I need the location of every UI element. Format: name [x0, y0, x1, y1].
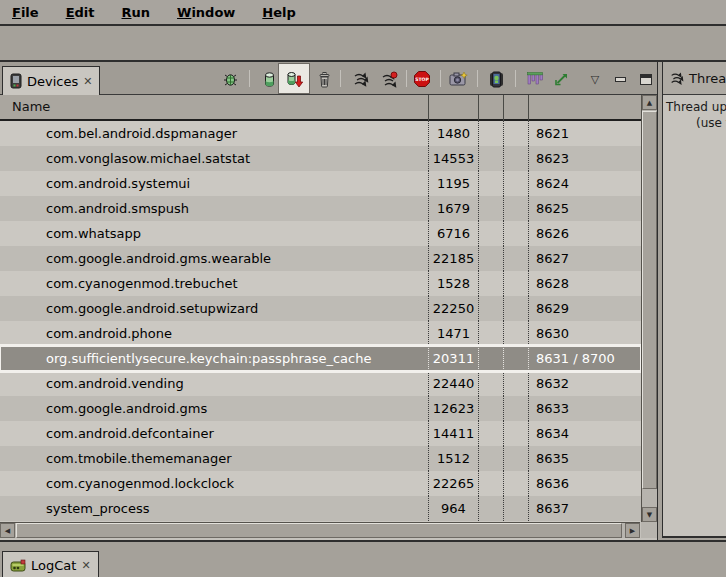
update-heap-button[interactable] [259, 69, 279, 89]
table-row[interactable]: com.cyanogenmod.lockclock222658636 [0, 471, 641, 496]
maximize-button[interactable] [636, 69, 656, 89]
debug-process-button[interactable] [220, 69, 240, 89]
process-ports: 8625 [528, 196, 641, 221]
process-pid: 14411 [428, 421, 478, 446]
process-name: org.sufficientlysecure.keychain:passphra… [0, 346, 428, 371]
table-row[interactable]: com.cyanogenmod.trebuchet15288628 [0, 271, 641, 296]
reset-adb-button[interactable] [486, 69, 506, 89]
minimize-button[interactable] [610, 69, 630, 89]
process-ports: 8621 [528, 121, 641, 146]
process-name: com.google.android.gms.wearable [0, 246, 428, 271]
threads-arrows-icon [352, 71, 369, 88]
maximize-icon [640, 74, 652, 85]
process-name: com.cyanogenmod.trebuchet [0, 271, 428, 296]
table-row[interactable]: com.google.android.setupwizard222508629 [0, 296, 641, 321]
process-ports: 8631 / 8700 [528, 346, 641, 371]
empty-cell [503, 121, 528, 146]
column-divider[interactable] [503, 95, 504, 121]
process-name: com.vonglasow.michael.satstat [0, 146, 428, 171]
vertical-scroll-thumb[interactable] [642, 111, 657, 489]
start-method-profiling-button[interactable] [379, 69, 399, 89]
column-header-name[interactable]: Name [12, 99, 50, 114]
empty-cell [503, 171, 528, 196]
column-divider[interactable] [478, 95, 479, 121]
scroll-left-button[interactable]: ◀ [0, 523, 15, 538]
process-pid: 1480 [428, 121, 478, 146]
empty-cell [503, 221, 528, 246]
menu-edit[interactable]: Edit [62, 3, 99, 22]
process-name: com.android.vending [0, 371, 428, 396]
tab-threads-label[interactable]: Threads [689, 71, 726, 86]
tab-logcat[interactable]: LogCat ✕ [2, 551, 99, 577]
threads-message: Thread updates not enabled for selected … [663, 95, 726, 155]
empty-cell [478, 171, 503, 196]
horizontal-scroll-thumb[interactable] [16, 523, 622, 538]
capture-system-trace-button[interactable] [524, 69, 544, 89]
table-row[interactable]: com.tmobile.thememanager15128635 [0, 446, 641, 471]
toolbar-separator [249, 70, 250, 87]
main-area: Devices ✕ [0, 62, 726, 540]
process-ports: 8633 [528, 396, 641, 421]
table-row[interactable]: com.android.defcontainer144118634 [0, 421, 641, 446]
process-pid: 22185 [428, 246, 478, 271]
close-icon[interactable]: ✕ [81, 559, 90, 572]
cause-gc-button[interactable] [314, 69, 334, 89]
trash-icon [317, 71, 332, 88]
update-threads-button[interactable] [350, 69, 370, 89]
table-row[interactable]: org.sufficientlysecure.keychain:passphra… [0, 346, 641, 371]
stop-label: STOP [415, 77, 429, 82]
empty-cell [503, 396, 528, 421]
horizontal-scrollbar[interactable]: ◀ ▶ [0, 522, 640, 538]
empty-cell [503, 371, 528, 396]
scroll-right-button[interactable]: ▶ [625, 523, 640, 538]
menu-help[interactable]: Help [258, 3, 299, 22]
empty-cell [503, 496, 528, 521]
device-table-header[interactable]: Name [0, 95, 641, 121]
stop-process-button[interactable]: STOP [412, 69, 432, 89]
table-row[interactable]: com.android.smspush16798625 [0, 196, 641, 221]
empty-cell [478, 421, 503, 446]
table-row[interactable]: com.google.android.gms126238633 [0, 396, 641, 421]
arrow-right-icon: ▶ [630, 527, 635, 535]
table-row[interactable]: com.android.phone14718630 [0, 321, 641, 346]
heap-cylinder-icon [262, 71, 277, 88]
process-name: system_process [0, 496, 428, 521]
menu-window[interactable]: Window [173, 3, 239, 22]
menu-file[interactable]: File [8, 3, 43, 22]
process-ports: 8630 [528, 321, 641, 346]
scroll-down-button[interactable]: ▼ [642, 507, 657, 522]
phone-android-icon [488, 71, 505, 88]
process-pid: 1471 [428, 321, 478, 346]
column-divider[interactable] [528, 95, 529, 121]
process-ports: 8626 [528, 221, 641, 246]
start-opengl-trace-button[interactable] [551, 69, 571, 89]
vertical-scrollbar[interactable]: ▲ ▼ [641, 95, 657, 522]
process-pid: 22265 [428, 471, 478, 496]
process-ports: 8624 [528, 171, 641, 196]
empty-cell [478, 271, 503, 296]
screen-capture-button[interactable] [448, 69, 468, 89]
empty-cell [478, 496, 503, 521]
table-row[interactable]: system_process9648637 [0, 496, 641, 521]
column-divider[interactable] [428, 95, 429, 121]
table-row[interactable]: com.android.vending224408632 [0, 371, 641, 396]
scrollbar-corner [641, 522, 657, 538]
view-menu-button[interactable]: ▽ [585, 69, 605, 89]
table-row[interactable]: com.bel.android.dspmanager14808621 [0, 121, 641, 146]
table-row[interactable]: com.vonglasow.michael.satstat145538623 [0, 146, 641, 171]
threads-message-line1: Thread updates not enabled for selected … [666, 100, 726, 114]
table-row[interactable]: com.android.systemui11958624 [0, 171, 641, 196]
dump-hprof-button[interactable] [278, 63, 310, 94]
close-icon[interactable]: ✕ [83, 75, 92, 88]
empty-cell [478, 296, 503, 321]
table-row[interactable]: com.whatsapp67168626 [0, 221, 641, 246]
process-ports: 8629 [528, 296, 641, 321]
scroll-up-button[interactable]: ▲ [642, 95, 657, 110]
table-row[interactable]: com.google.android.gms.wearable221858627 [0, 246, 641, 271]
tab-devices[interactable]: Devices ✕ [2, 66, 100, 95]
menu-run[interactable]: Run [118, 3, 155, 22]
process-ports: 8632 [528, 371, 641, 396]
process-ports: 8628 [528, 271, 641, 296]
empty-cell [478, 471, 503, 496]
trace-bars-icon [526, 71, 543, 87]
